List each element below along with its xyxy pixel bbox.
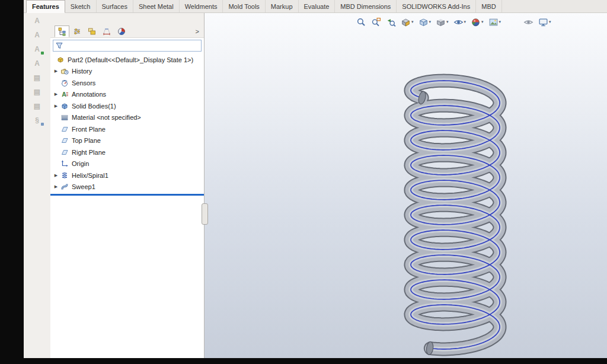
panel-tab-strip: > [50, 24, 204, 38]
hide-show-items-button[interactable]: ▾ [453, 15, 467, 28]
tree-item-label: Sweep1 [72, 183, 95, 190]
ribbon-tab-evaluate[interactable]: Evaluate [299, 0, 336, 12]
left-toolbar: AAAA▤▤▤§ [24, 12, 50, 358]
ribbon-tab-surfaces[interactable]: Surfaces [97, 0, 133, 12]
tree-item-top-plane[interactable]: Top Plane [50, 135, 204, 147]
dropdown-caret-icon: ▾ [429, 20, 432, 24]
plane-icon [60, 148, 69, 157]
dropdown-caret-icon: ▾ [411, 20, 414, 24]
tree-item-solid-bodies-1-[interactable]: ▶Solid Bodies(1) [50, 100, 204, 112]
ribbon-tab-features[interactable]: Features [26, 0, 65, 13]
ribbon-tab-weldments[interactable]: Weldments [180, 0, 223, 12]
dropdown-caret-icon: ▾ [481, 20, 484, 24]
accent-dot-icon [41, 123, 44, 126]
screen: FeaturesSketchSurfacesSheet MetalWeldmen… [0, 0, 607, 364]
history-icon [60, 67, 69, 75]
filter-funnel-icon[interactable] [55, 41, 63, 50]
edit-appearance-icon [471, 17, 481, 27]
note-grid-button[interactable]: ▤ [31, 71, 44, 84]
ribbon-tab-mold-tools[interactable]: Mold Tools [223, 0, 265, 12]
view-orientation-button[interactable]: ▾ [418, 15, 432, 28]
abc-check-button[interactable]: A [31, 14, 44, 27]
zoom-to-fit-button[interactable] [356, 15, 367, 28]
view-settings-button[interactable] [523, 15, 534, 28]
accent-dot-icon [41, 52, 44, 55]
expand-arrow-icon[interactable]: ▶ [52, 92, 60, 97]
dimxpertmanager-tab[interactable] [99, 25, 114, 37]
sheet-button[interactable]: ▤ [31, 100, 44, 112]
ribbon-tab-sheet-metal[interactable]: Sheet Metal [133, 0, 180, 12]
full-screen-icon [538, 17, 548, 27]
feature-filter-input[interactable] [65, 41, 201, 50]
format-text-button[interactable]: A [31, 28, 44, 41]
tree-item-label: Right Plane [72, 149, 106, 156]
dropdown-caret-icon: ▾ [446, 20, 449, 24]
ribbon-tab-bar: FeaturesSketchSurfacesSheet MetalWeldmen… [24, 0, 607, 13]
tree-item-front-plane[interactable]: Front Plane [50, 123, 204, 135]
tree-item-right-plane[interactable]: Right Plane [50, 146, 204, 158]
panel-expand-chevron[interactable]: > [196, 25, 199, 37]
helix-icon [60, 171, 69, 180]
tree-item-label: Top Plane [72, 137, 101, 144]
tree-item-history[interactable]: ▶History [50, 66, 204, 78]
tree-item-material-not-specified-[interactable]: Material <not specified> [50, 112, 204, 124]
sheet-icon: ▤ [34, 102, 40, 110]
material-icon [60, 113, 69, 122]
attachment-icon: § [35, 116, 39, 124]
display-style-icon [436, 17, 446, 27]
expand-arrow-icon[interactable]: ▶ [52, 104, 60, 108]
tree-item-helix-spiral1[interactable]: ▶Helix/Spiral1 [50, 170, 204, 181]
feature-tree: Part2 (Default<<Default>_Display State 1… [50, 52, 204, 196]
ribbon-tab-mbd[interactable]: MBD [476, 0, 501, 12]
ribbon-tab-markup[interactable]: Markup [266, 0, 299, 12]
configurationmanager-tab[interactable] [84, 25, 99, 37]
graphics-viewport[interactable]: ▾▾▾▾▾▾▾ [205, 12, 607, 358]
tree-item-sensors[interactable]: Sensors [50, 77, 204, 89]
view-orientation-icon [418, 17, 429, 27]
propertymanager-icon [72, 27, 82, 36]
plane-icon [60, 136, 69, 145]
edit-appearance-button[interactable]: ▾ [470, 15, 484, 28]
spellcheck-button[interactable]: A [31, 43, 44, 55]
zoom-to-fit-icon [356, 17, 366, 27]
tree-item-sweep1[interactable]: ▶Sweep1 [50, 181, 204, 193]
rollback-bar[interactable] [50, 194, 204, 196]
annotations-icon: A [60, 90, 69, 98]
displaymanager-tab[interactable] [114, 25, 129, 37]
featuremanager-icon [57, 27, 67, 36]
table-button[interactable]: ▤ [31, 85, 44, 98]
configurationmanager-icon [87, 27, 97, 36]
featuremanager-tab[interactable] [55, 25, 69, 37]
panel-splitter-handle[interactable] [202, 203, 208, 225]
expand-arrow-icon[interactable]: ▶ [52, 173, 60, 178]
origin-icon [60, 159, 69, 168]
section-view-button[interactable]: ▾ [400, 15, 414, 28]
section-view-icon [401, 17, 411, 27]
ribbon-tab-mbd-dimensions[interactable]: MBD Dimensions [335, 0, 397, 12]
previous-view-button[interactable] [385, 15, 397, 28]
tree-item-label: History [72, 68, 92, 75]
feature-filter-box [53, 40, 202, 52]
display-style-button[interactable]: ▾ [435, 15, 449, 28]
feature-manager-panel: > Part2 (Default<<Default>_Display State… [50, 12, 205, 358]
sensors-icon [60, 79, 69, 87]
ribbon-tab-solidworks-add-ins[interactable]: SOLIDWORKS Add-Ins [397, 0, 476, 12]
propertymanager-tab[interactable] [69, 25, 84, 37]
spring-3d-model[interactable] [205, 12, 607, 358]
text-style-button[interactable]: A [31, 57, 44, 69]
tree-item-origin[interactable]: Origin [50, 158, 204, 170]
view-settings-icon [523, 17, 533, 27]
zoom-to-area-button[interactable] [370, 15, 382, 28]
filter-row [50, 38, 204, 52]
attachment-button[interactable]: § [31, 114, 44, 126]
expand-arrow-icon[interactable]: ▶ [52, 184, 60, 189]
expand-arrow-icon[interactable]: ▶ [52, 69, 60, 74]
tree-item-annotations[interactable]: ▶AAnnotations [50, 89, 204, 101]
apply-scene-button[interactable]: ▾ [488, 15, 502, 28]
main-content: AAAA▤▤▤§ > Part2 (Default<<Default>_Disp… [24, 12, 607, 358]
tree-root-item[interactable]: Part2 (Default<<Default>_Display State 1… [50, 54, 204, 66]
ribbon-tab-sketch[interactable]: Sketch [65, 0, 97, 12]
full-screen-button[interactable]: ▾ [538, 15, 552, 28]
text-style-icon: A [34, 59, 40, 68]
tree-item-label: Origin [72, 160, 89, 167]
